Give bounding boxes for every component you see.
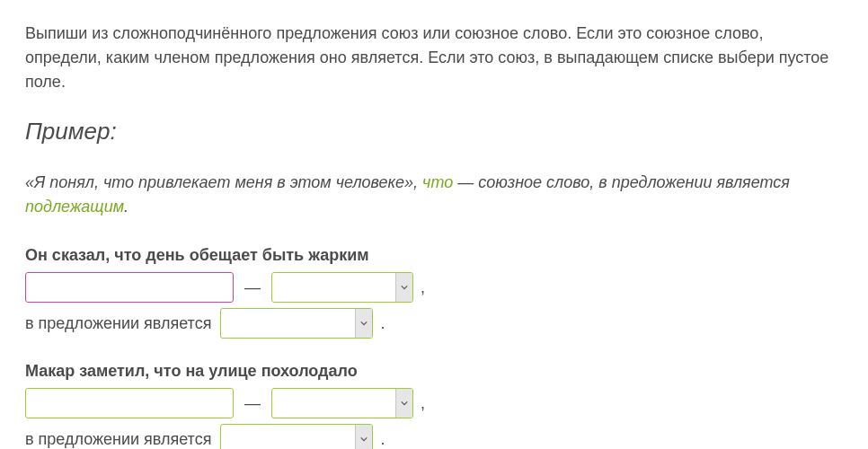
task-row-2: в предложении является . [25,308,843,339]
example-heading: Пример: [25,118,843,145]
task-sentence: Макар заметил, что на улице похолодало [25,362,843,381]
task-row-2: в предложении является . [25,424,843,449]
task-block: Он сказал, что день обещает быть жарким … [25,246,843,339]
example-quote: «Я понял, что привлекает меня в этом чел… [25,173,422,191]
dash-separator: — [244,394,261,413]
role-prefix-label: в предложении является [25,430,211,449]
type-select[interactable] [271,388,413,418]
task-row-1: — , [25,388,843,418]
example-role: подлежащим [25,198,124,216]
role-prefix-label: в предложении является [25,314,211,333]
conjunction-input[interactable] [25,388,234,418]
instructions-text: Выпиши из сложноподчинённого предложения… [25,22,843,94]
role-select[interactable] [220,424,373,449]
role-select[interactable] [220,308,373,339]
type-select-wrap [271,388,413,418]
type-select[interactable] [271,272,413,303]
task-row-1: — , [25,272,843,303]
comma: , [421,278,425,297]
comma: , [421,394,425,413]
task-sentence: Он сказал, что день обещает быть жарким [25,246,843,265]
example-tail: . [124,198,128,216]
period: . [380,430,385,449]
type-select-wrap [271,272,413,303]
example-middle: — союзное слово, в предложении является [453,173,790,191]
task-block: Макар заметил, что на улице похолодало —… [25,362,843,449]
conjunction-input[interactable] [25,272,234,303]
period: . [380,314,385,333]
example-line: «Я понял, что привлекает меня в этом чел… [25,171,843,219]
role-select-wrap [220,424,373,449]
dash-separator: — [244,278,261,297]
role-select-wrap [220,308,373,339]
example-word: что [422,173,453,191]
exercise-page: Выпиши из сложноподчинённого предложения… [0,0,868,449]
